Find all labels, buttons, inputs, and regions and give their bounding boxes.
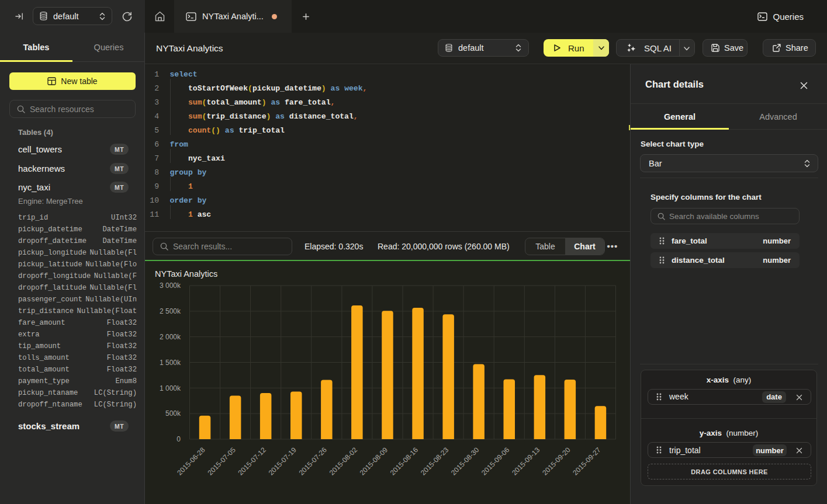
svg-text:3 000k: 3 000k [160, 281, 181, 290]
svg-text:NYTaxi Analytics: NYTaxi Analytics [155, 269, 217, 279]
svg-text:2015-08-23: 2015-08-23 [419, 446, 451, 477]
svg-text:2015-07-26: 2015-07-26 [297, 446, 329, 477]
svg-text:2015-08-02: 2015-08-02 [328, 446, 359, 477]
svg-text:2015-09-20: 2015-09-20 [541, 446, 572, 477]
svg-text:2 500k: 2 500k [160, 307, 181, 315]
svg-text:500k: 500k [165, 409, 181, 418]
svg-text:2015-08-09: 2015-08-09 [358, 446, 390, 477]
svg-text:2015-08-16: 2015-08-16 [389, 446, 420, 477]
svg-text:2015-06-28: 2015-06-28 [175, 446, 207, 477]
svg-text:2015-07-19: 2015-07-19 [267, 446, 299, 477]
svg-text:2015-09-06: 2015-09-06 [480, 446, 511, 477]
svg-text:0: 0 [177, 435, 181, 443]
svg-text:1 500k: 1 500k [160, 359, 181, 367]
svg-text:2015-08-30: 2015-08-30 [449, 446, 481, 477]
svg-text:2015-09-13: 2015-09-13 [510, 446, 542, 477]
svg-text:1 000k: 1 000k [160, 384, 181, 392]
svg-text:2 000k: 2 000k [160, 333, 181, 341]
svg-text:2015-09-27: 2015-09-27 [571, 446, 603, 477]
svg-text:2015-07-05: 2015-07-05 [206, 446, 237, 477]
svg-text:2015-07-12: 2015-07-12 [237, 446, 268, 477]
